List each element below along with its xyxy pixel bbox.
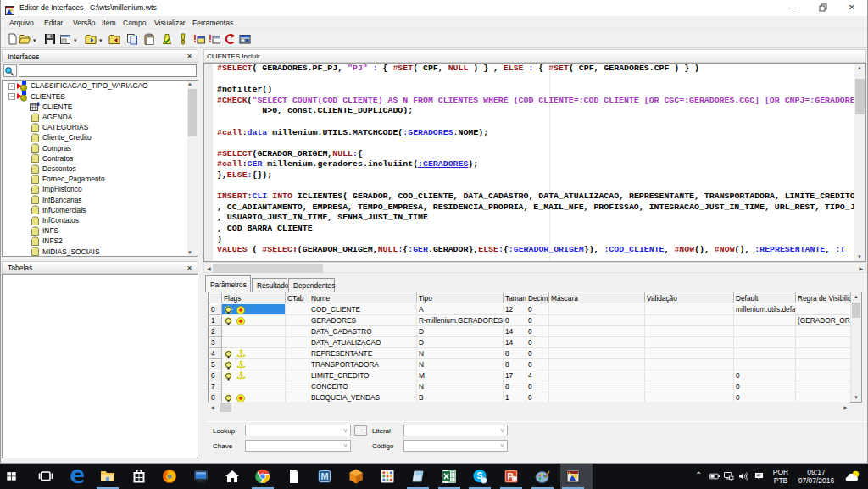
svg-text:!: !	[209, 33, 212, 45]
svg-text:!: !	[193, 33, 197, 45]
svg-text:M: M	[321, 471, 329, 481]
